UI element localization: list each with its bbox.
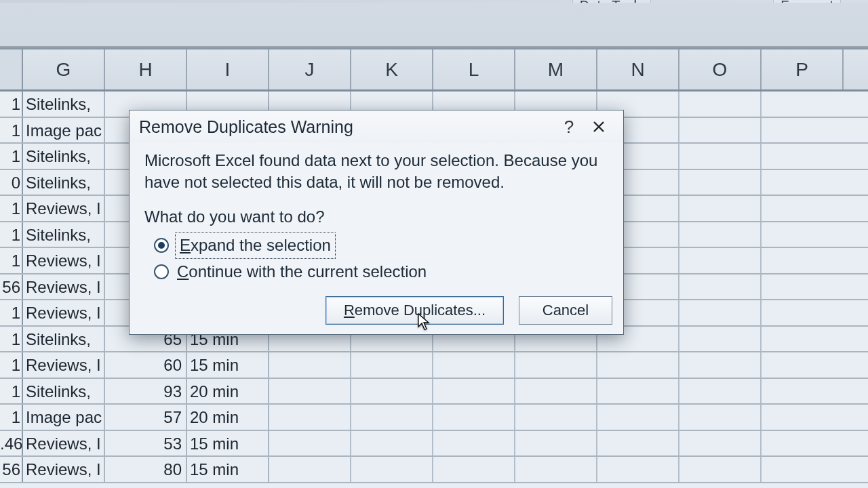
cell[interactable]: 56: [0, 274, 23, 300]
cell[interactable]: 1: [0, 405, 23, 430]
cell[interactable]: 15 min: [187, 457, 269, 482]
cell[interactable]: 1: [0, 379, 23, 404]
close-button[interactable]: [584, 113, 614, 140]
cell[interactable]: Image pac: [23, 118, 105, 143]
cell[interactable]: Reviews, I: [23, 196, 105, 221]
cell[interactable]: 1: [0, 352, 23, 378]
cell[interactable]: 1: [0, 327, 23, 352]
column-header-h[interactable]: H: [105, 49, 187, 89]
cell[interactable]: 1: [0, 248, 23, 273]
dialog-button-row: Remove Duplicates... Cancel: [326, 296, 612, 325]
select-all-corner[interactable]: [0, 49, 23, 89]
dialog-question: What do you want to do?: [144, 206, 608, 228]
dialog-body: Microsoft Excel found data next to your …: [130, 143, 623, 283]
cell[interactable]: 60: [105, 352, 187, 378]
column-header-o[interactable]: O: [679, 49, 762, 89]
cell[interactable]: 56: [0, 457, 23, 482]
column-header-i[interactable]: I: [187, 49, 269, 89]
cell[interactable]: Sitelinks,: [23, 170, 105, 195]
cell[interactable]: Sitelinks,: [23, 379, 105, 404]
column-header-k[interactable]: K: [351, 49, 433, 89]
ribbon-gap: [0, 3, 868, 47]
table-row[interactable]: 56Reviews, I8015 min: [0, 457, 868, 483]
radio-expand-selection[interactable]: Expand the selection: [154, 235, 608, 256]
column-header-j[interactable]: J: [269, 49, 351, 89]
radio-icon: [154, 264, 169, 279]
dialog-message: Microsoft Excel found data next to your …: [144, 150, 608, 194]
table-row[interactable]: 1Reviews, I6015 min: [0, 352, 868, 379]
table-row[interactable]: .46Reviews, I5315 min: [0, 431, 868, 458]
cell[interactable]: 1: [0, 300, 23, 325]
cell[interactable]: Reviews, I: [23, 431, 105, 456]
cell[interactable]: 1: [0, 196, 23, 221]
cell[interactable]: 20 min: [187, 379, 269, 404]
dialog-titlebar: Remove Duplicates Warning ?: [130, 110, 623, 143]
remove-duplicates-warning-dialog: Remove Duplicates Warning ? Microsoft Ex…: [129, 110, 624, 335]
cell[interactable]: Sitelinks,: [23, 222, 105, 247]
radio-continue-current[interactable]: Continue with the current selection: [154, 261, 608, 283]
cell[interactable]: 15 min: [187, 431, 269, 456]
cell[interactable]: Reviews, I: [23, 457, 105, 482]
cell[interactable]: 53: [105, 431, 187, 456]
column-header-n[interactable]: N: [597, 49, 679, 89]
cancel-button[interactable]: Cancel: [519, 296, 612, 325]
cell[interactable]: 1: [0, 118, 23, 143]
cell[interactable]: 1: [0, 144, 23, 169]
column-header-l[interactable]: L: [433, 49, 515, 89]
radio-icon: [154, 238, 169, 253]
column-header-m[interactable]: M: [515, 49, 597, 89]
cell[interactable]: Reviews, I: [23, 274, 105, 300]
remove-duplicates-button[interactable]: Remove Duplicates...: [326, 296, 504, 325]
cell[interactable]: .46: [0, 431, 23, 456]
cell[interactable]: Sitelinks,: [23, 92, 105, 117]
cell[interactable]: Image pac: [23, 405, 105, 430]
column-header-g[interactable]: G: [23, 49, 105, 89]
cell[interactable]: Reviews, I: [23, 248, 105, 273]
cell[interactable]: 1: [0, 222, 23, 247]
cell[interactable]: 1: [0, 92, 23, 117]
cell[interactable]: Sitelinks,: [23, 327, 105, 352]
cell[interactable]: Reviews, I: [23, 352, 105, 378]
close-icon: [592, 120, 606, 134]
cell[interactable]: Reviews, I: [23, 300, 105, 325]
help-button[interactable]: ?: [554, 113, 584, 140]
cell[interactable]: 57: [105, 405, 187, 430]
cell[interactable]: 80: [105, 457, 187, 482]
table-row[interactable]: 1Image pac5720 min: [0, 405, 868, 431]
table-row[interactable]: 1Sitelinks,9320 min: [0, 379, 868, 405]
radio-label-expand: Expand the selection: [177, 235, 334, 256]
cell[interactable]: 20 min: [187, 405, 269, 430]
cell[interactable]: 93: [105, 379, 187, 404]
radio-label-continue: Continue with the current selection: [177, 261, 427, 283]
dialog-title: Remove Duplicates Warning: [139, 117, 353, 137]
column-headers: GHIJKLMNOP: [0, 49, 868, 92]
column-header-p[interactable]: P: [762, 49, 844, 89]
cell[interactable]: 15 min: [187, 352, 269, 378]
cell[interactable]: Sitelinks,: [23, 144, 105, 169]
cell[interactable]: 0: [0, 170, 23, 195]
